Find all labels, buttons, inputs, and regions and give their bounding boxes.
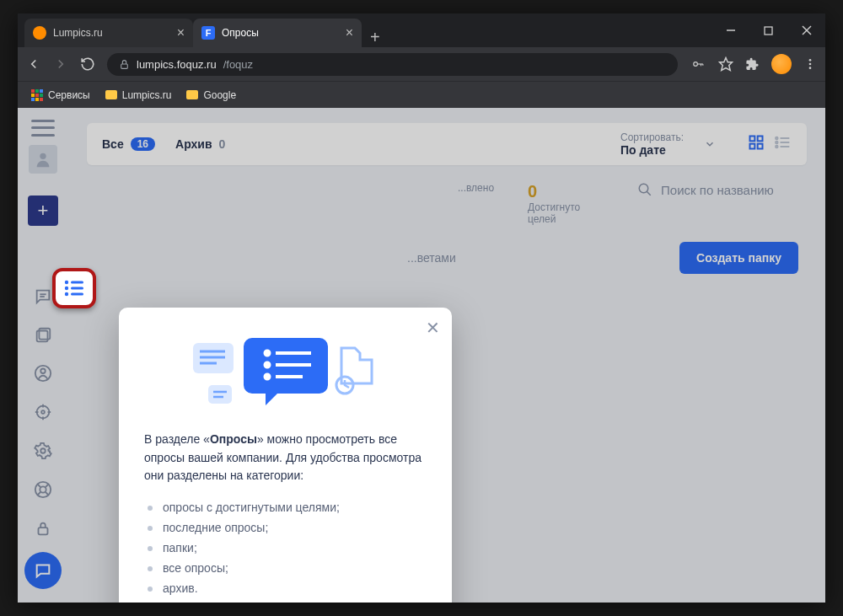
window-controls <box>711 13 825 47</box>
tab-close-icon[interactable]: × <box>346 26 353 40</box>
titlebar: Lumpics.ru × F Опросы × + <box>18 13 825 47</box>
back-button[interactable] <box>26 56 41 72</box>
extensions-icon[interactable] <box>745 57 760 72</box>
bookmarks-bar: Сервисы Lumpics.ru Google <box>18 81 825 108</box>
folder-icon <box>105 90 117 99</box>
list-item: архив. <box>144 578 427 598</box>
modal-illustration <box>144 328 427 420</box>
key-icon[interactable] <box>690 58 706 70</box>
svg-point-5 <box>694 62 698 67</box>
svg-rect-65 <box>71 293 83 296</box>
app-viewport: + Все 16 Архив 0 Сортиро <box>18 108 825 603</box>
list-item: папки; <box>144 538 427 558</box>
svg-point-12 <box>809 67 812 69</box>
tab-favicon <box>33 26 46 40</box>
svg-point-57 <box>265 375 269 379</box>
address-bar[interactable]: lumpics.foquz.ru/foquz <box>107 53 678 76</box>
folder-icon <box>186 90 198 99</box>
sidebar-item-surveys-highlight[interactable] <box>52 268 96 308</box>
svg-point-55 <box>265 363 269 367</box>
lock-icon <box>119 59 130 70</box>
url-path: /foquz <box>223 58 253 71</box>
tabs-strip: Lumpics.ru × F Опросы × + <box>18 13 711 47</box>
browser-toolbar: lumpics.foquz.ru/foquz <box>18 47 825 81</box>
list-item: все опросы; <box>144 558 427 578</box>
tab-favicon: F <box>201 26 215 40</box>
svg-rect-61 <box>71 281 83 284</box>
menu-icon[interactable] <box>803 57 817 71</box>
svg-point-53 <box>265 351 269 356</box>
maximize-button[interactable] <box>749 13 787 47</box>
svg-rect-1 <box>765 27 772 35</box>
modal-close-button[interactable]: ✕ <box>426 318 440 338</box>
url-host: lumpics.foquz.ru <box>137 58 217 71</box>
apps-grid-icon <box>31 89 43 101</box>
list-item: опросы с достигнутыми целями; <box>144 497 427 517</box>
modal-bullet-list: опросы с достигнутыми целями; последние … <box>144 497 427 598</box>
reload-button[interactable] <box>80 56 95 72</box>
tab-title: Опросы <box>222 27 259 39</box>
bookmark-lumpics[interactable]: Lumpics.ru <box>105 89 172 101</box>
svg-point-10 <box>809 59 812 62</box>
close-button[interactable] <box>787 13 825 47</box>
list-item: последние опросы; <box>144 517 427 538</box>
modal-description: В разделе «Опросы» можно просмотреть все… <box>144 431 427 485</box>
svg-rect-63 <box>71 287 83 290</box>
bookmark-star-icon[interactable] <box>718 56 733 72</box>
forward-button[interactable] <box>53 56 68 72</box>
bookmark-google[interactable]: Google <box>186 89 236 101</box>
svg-rect-4 <box>121 63 128 67</box>
svg-point-64 <box>65 292 68 296</box>
svg-point-62 <box>65 287 68 290</box>
browser-window: Lumpics.ru × F Опросы × + lumpics.foquz.… <box>18 13 825 603</box>
bookmark-services[interactable]: Сервисы <box>31 89 90 101</box>
bookmark-label: Google <box>203 89 236 101</box>
profile-avatar[interactable] <box>771 54 792 74</box>
minimize-button[interactable] <box>711 13 749 47</box>
svg-marker-9 <box>720 58 733 71</box>
onboarding-modal: ✕ <box>119 308 452 603</box>
bookmark-label: Lumpics.ru <box>122 89 172 101</box>
new-tab-button[interactable]: + <box>362 28 389 47</box>
svg-point-60 <box>65 281 68 284</box>
svg-point-11 <box>809 63 812 66</box>
browser-tab-foquz[interactable]: F Опросы × <box>193 19 362 47</box>
tab-title: Lumpics.ru <box>53 27 103 39</box>
svg-rect-50 <box>208 385 232 404</box>
browser-tab-lumpics[interactable]: Lumpics.ru × <box>24 19 193 47</box>
tab-close-icon[interactable]: × <box>177 26 185 40</box>
bookmark-label: Сервисы <box>48 89 90 101</box>
